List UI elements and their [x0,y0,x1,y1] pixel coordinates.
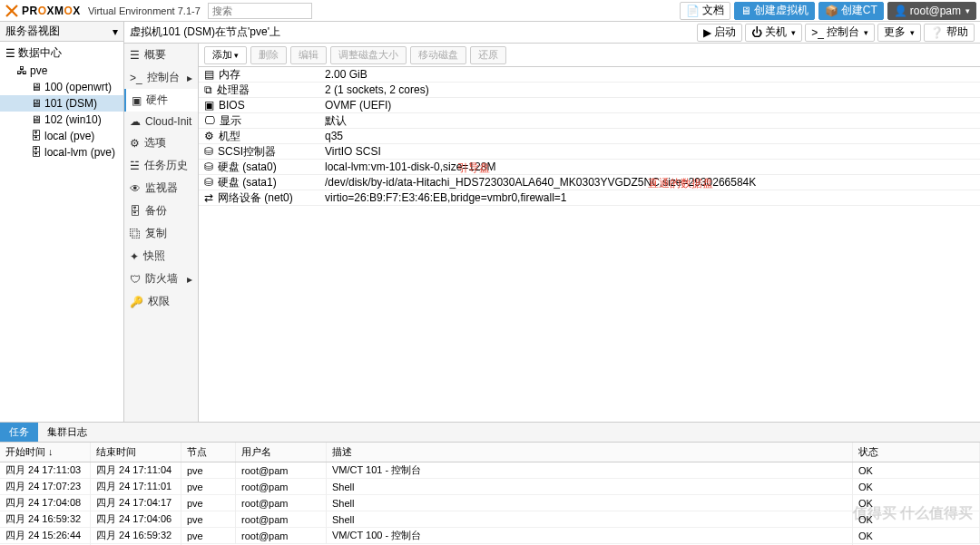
tree-item-3[interactable]: 🖥101 (DSM) [0,95,123,112]
start-button[interactable]: ▶启动 [697,24,742,42]
submenu-label: 快照 [143,248,165,264]
chevron-right-icon: ▸ [187,273,192,286]
submenu-save[interactable]: 🗄备份 [124,200,198,222]
hw-row-0[interactable]: ▤内存2.00 GiB [199,67,980,83]
tree-item-6[interactable]: 🗄local-lvm (pve) [0,144,123,161]
hardware-table: ▤内存2.00 GiB⧉处理器2 (1 sockets, 2 cores)▣BI… [199,67,980,422]
help-icon: ❔ [930,26,944,39]
hw-row-1[interactable]: ⧉处理器2 (1 sockets, 2 cores) [199,83,980,98]
net-icon: ⇄ [204,191,213,204]
tree-item-2[interactable]: 🖥100 (openwrt) [0,79,123,95]
log-user: root@pam [236,528,327,544]
annotation: 引导盘 [457,161,490,176]
hw-value: OVMF (UEFI) [325,99,391,112]
tree-item-1[interactable]: 🖧pve [0,63,123,79]
docs-icon: 📄 [686,5,700,17]
shutdown-button[interactable]: ⏻关机 [745,24,802,42]
breadcrumb: 虚拟机101 (DSM)在节点'pve'上 [130,24,280,40]
log-desc: VM/CT 101 - 控制台 [327,462,853,480]
log-body: 四月 24 17:11:03四月 24 17:11:04pveroot@pamV… [0,462,980,545]
col-user[interactable]: 用户名 [236,443,327,462]
top-bar: PROXMOX Virtual Environment 7.1-7 📄文档 🖥创… [0,0,980,22]
tab-tasks[interactable]: 任务 [0,423,38,442]
log-status: OK [853,511,980,528]
submenu-term[interactable]: >_控制台▸ [124,66,198,89]
monitor-icon: 🖥 [740,5,751,17]
hw-row-6[interactable]: ⛁硬盘 (sata0)local-lvm:vm-101-disk-0,size=… [199,160,980,175]
submenu-eye[interactable]: 👁监视器 [124,177,198,200]
submenu-snap[interactable]: ✦快照 [124,245,198,268]
hw-value: virtio=26:B9:F7:E3:46:EB,bridge=vmbr0,fi… [325,191,566,204]
submenu-list[interactable]: ☰概要 [124,44,198,66]
hw-row-7[interactable]: ⛁硬盘 (sata1)/dev/disk/by-id/ata-Hitachi_H… [199,175,980,190]
col-desc[interactable]: 描述 [327,443,853,462]
hw-row-3[interactable]: 🖵显示默认 [199,113,980,129]
create-vm-button[interactable]: 🖥创建虚拟机 [734,2,815,20]
log-row-4[interactable]: 四月 24 15:26:44四月 24 16:59:32pveroot@pamV… [0,528,980,544]
submenu-label: 控制台 [147,70,180,85]
submenu-gear[interactable]: ⚙选项 [124,131,198,154]
log-header: 开始时间 ↓ 结束时间 节点 用户名 描述 状态 [0,443,980,462]
vm-icon: 🖥 [31,81,42,93]
proxmox-icon [4,3,20,19]
resource-tree: ☰数据中心🖧pve🖥100 (openwrt)🖥101 (DSM)🖥102 (w… [0,42,123,422]
docs-button[interactable]: 📄文档 [680,2,730,20]
console-button[interactable]: >_控制台 [805,24,875,42]
revert-button[interactable]: 还原 [470,46,506,64]
log-node: pve [181,511,236,528]
hw-row-8[interactable]: ⇄网络设备 (net0)virtio=26:B9:F7:E3:46:EB,bri… [199,190,980,206]
col-node[interactable]: 节点 [181,443,236,462]
tree-label: 100 (openwrt) [44,81,112,93]
submenu-label: 监视器 [145,180,178,196]
tree-item-5[interactable]: 🗄local (pve) [0,128,123,144]
submenu-cloud[interactable]: ☁Cloud-Init [124,112,198,131]
hw-key: 硬盘 (sata1) [218,175,277,190]
col-start[interactable]: 开始时间 ↓ [0,443,91,462]
log-node: pve [181,528,236,544]
main-area: 服务器视图 ▾ ☰数据中心🖧pve🖥100 (openwrt)🖥101 (DSM… [0,22,980,422]
log-desc: Shell [327,511,853,528]
node-icon: 🖧 [16,64,27,77]
hw-row-4[interactable]: ⚙机型q35 [199,129,980,144]
move-disk-button[interactable]: 移动磁盘 [410,46,466,64]
tree-item-0[interactable]: ☰数据中心 [0,44,123,63]
create-ct-button[interactable]: 📦创建CT [818,2,884,20]
edit-button[interactable]: 编辑 [290,46,327,64]
tree-item-4[interactable]: 🖥102 (win10) [0,112,123,128]
log-node: pve [181,495,236,511]
submenu-label: 任务历史 [144,158,188,173]
submenu-label: 概要 [144,47,166,63]
submenu-copy[interactable]: ⿻复制 [124,222,198,245]
server-icon: ☰ [5,47,15,60]
shield-icon: 🛡 [130,273,141,286]
view-selector[interactable]: 服务器视图 ▾ [0,22,123,42]
chevron-down-icon: ▾ [113,25,118,38]
remove-button[interactable]: 删除 [250,46,287,64]
help-button[interactable]: ❔帮助 [924,24,975,42]
submenu-key[interactable]: 🔑权限 [124,290,198,313]
search-input[interactable] [208,3,312,19]
hdd-icon: ⛁ [204,176,213,189]
resize-disk-button[interactable]: 调整磁盘大小 [330,46,407,64]
tab-cluster-log[interactable]: 集群日志 [38,423,96,442]
col-end[interactable]: 结束时间 [91,443,181,462]
chip-icon: ▣ [204,99,214,112]
col-status[interactable]: 状态 [853,443,980,462]
chip-icon: ▣ [132,94,142,107]
log-user: root@pam [236,495,327,511]
submenu-chip[interactable]: ▣硬件 [124,89,198,112]
hw-row-5[interactable]: ⛁SCSI控制器VirtIO SCSI [199,144,980,160]
log-status: OK [853,462,980,479]
add-button[interactable]: 添加 [204,46,247,64]
hw-row-2[interactable]: ▣BIOSOVMF (UEFI) [199,98,980,113]
log-desc: Shell [327,495,853,511]
tree-label: 102 (win10) [44,113,102,126]
logo: PROXMOX Virtual Environment 7.1-7 [4,3,201,19]
user-menu[interactable]: 👤root@pam [887,2,976,20]
submenu-shield[interactable]: 🛡防火墙▸ [124,268,198,290]
save-icon: 🗄 [130,205,141,218]
more-button[interactable]: 更多 [877,24,921,42]
gear-icon: ⚙ [130,137,140,150]
submenu-tasks[interactable]: ☱任务历史 [124,154,198,177]
log-tabs: 任务 集群日志 [0,423,980,443]
